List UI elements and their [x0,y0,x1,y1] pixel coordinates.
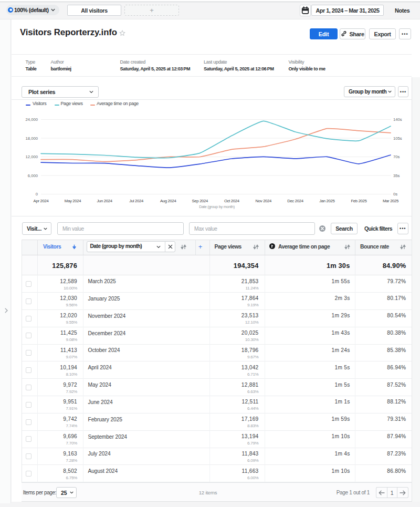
svg-text:Date (group by month): Date (group by month) [199,204,235,209]
svg-text:Sep 2024: Sep 2024 [192,199,209,203]
svg-text:Apr 2024: Apr 2024 [34,199,49,203]
svg-text:Jul 2024: Jul 2024 [129,199,144,203]
svg-text:May 2024: May 2024 [65,199,81,203]
svg-text:Aug 2024: Aug 2024 [160,199,177,203]
svg-text:Feb 2025: Feb 2025 [351,199,366,203]
svg-text:Jun 2024: Jun 2024 [97,199,112,203]
svg-text:Mar 2025: Mar 2025 [383,199,398,203]
svg-text:0: 0 [36,192,38,196]
svg-text:0s: 0s [393,192,397,196]
svg-text:12,000: 12,000 [25,154,38,159]
svg-text:18,000: 18,000 [25,136,38,141]
svg-text:Dec 2024: Dec 2024 [287,199,304,203]
svg-text:35s: 35s [393,173,400,178]
svg-text:24,000: 24,000 [25,117,38,122]
svg-text:Nov 2024: Nov 2024 [256,199,272,203]
svg-text:6,000: 6,000 [28,173,38,178]
svg-text:140s: 140s [393,117,402,122]
svg-text:105s: 105s [393,136,402,141]
svg-text:Jan 2025: Jan 2025 [319,199,334,203]
svg-text:70s: 70s [393,154,400,159]
svg-text:Oct 2024: Oct 2024 [224,199,240,203]
